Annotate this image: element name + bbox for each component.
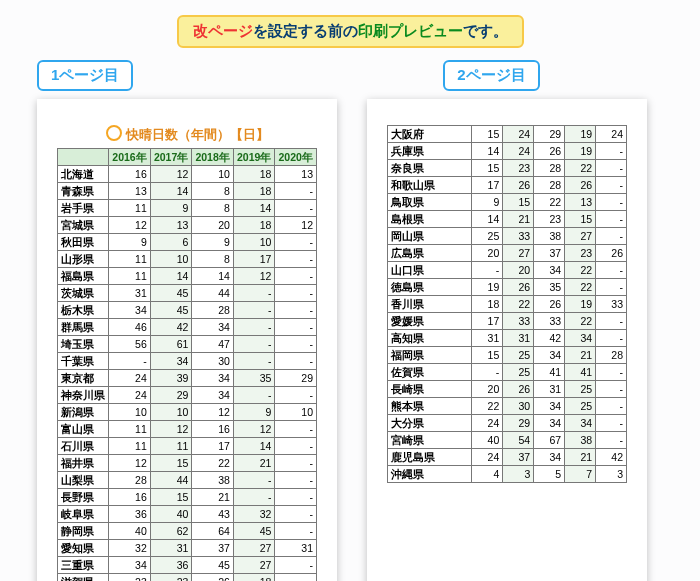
cell: - bbox=[596, 313, 627, 330]
row-header: 愛媛県 bbox=[388, 313, 472, 330]
cell: - bbox=[109, 353, 151, 370]
cell: 22 bbox=[534, 194, 565, 211]
cell: 45 bbox=[150, 285, 192, 302]
table-row: 北海道1612101813 bbox=[58, 166, 317, 183]
cell: 18 bbox=[233, 166, 275, 183]
cell: 28 bbox=[534, 177, 565, 194]
cell: 10 bbox=[192, 166, 234, 183]
row-header: 福井県 bbox=[58, 455, 109, 472]
row-header: 長崎県 bbox=[388, 381, 472, 398]
cell: - bbox=[275, 302, 317, 319]
cell: - bbox=[596, 177, 627, 194]
banner-text-d: です。 bbox=[463, 22, 508, 39]
cell: 25 bbox=[503, 364, 534, 381]
cell: 12 bbox=[233, 421, 275, 438]
table-title-text: 快晴日数（年間）【日】 bbox=[126, 127, 269, 142]
table-row: 岡山県25333827- bbox=[388, 228, 627, 245]
cell: 19 bbox=[565, 296, 596, 313]
cell: 20 bbox=[472, 381, 503, 398]
cell: 11 bbox=[150, 438, 192, 455]
cell: 34 bbox=[150, 353, 192, 370]
row-header: 新潟県 bbox=[58, 404, 109, 421]
row-header: 香川県 bbox=[388, 296, 472, 313]
row-header: 高知県 bbox=[388, 330, 472, 347]
row-header: 北海道 bbox=[58, 166, 109, 183]
table-row: 岐阜県36404332- bbox=[58, 506, 317, 523]
row-header: 山形県 bbox=[58, 251, 109, 268]
cell: 21 bbox=[565, 347, 596, 364]
cell: 18 bbox=[233, 183, 275, 200]
cell: 23 bbox=[109, 574, 151, 582]
cell: 11 bbox=[109, 251, 151, 268]
cell: 33 bbox=[503, 313, 534, 330]
row-header: 山口県 bbox=[388, 262, 472, 279]
cell: 24 bbox=[503, 143, 534, 160]
table-row: 大阪府1524291924 bbox=[388, 126, 627, 143]
cell: 40 bbox=[472, 432, 503, 449]
cell: 22 bbox=[565, 313, 596, 330]
cell: 22 bbox=[503, 296, 534, 313]
cell: 40 bbox=[109, 523, 151, 540]
cell: 24 bbox=[109, 387, 151, 404]
cell: 13 bbox=[275, 166, 317, 183]
cell: 62 bbox=[150, 523, 192, 540]
table-row: 青森県1314818- bbox=[58, 183, 317, 200]
table-row: 宮城県1213201812 bbox=[58, 217, 317, 234]
row-header: 鳥取県 bbox=[388, 194, 472, 211]
cell: 14 bbox=[233, 438, 275, 455]
cell: 10 bbox=[233, 234, 275, 251]
cell: 18 bbox=[472, 296, 503, 313]
cell: 21 bbox=[503, 211, 534, 228]
row-header: 兵庫県 bbox=[388, 143, 472, 160]
cell: 18 bbox=[233, 574, 275, 582]
cell: - bbox=[233, 387, 275, 404]
cell: - bbox=[472, 364, 503, 381]
cell: - bbox=[596, 398, 627, 415]
table-row: 佐賀県-254141- bbox=[388, 364, 627, 381]
cell: 32 bbox=[109, 540, 151, 557]
row-header: 秋田県 bbox=[58, 234, 109, 251]
table-row: 兵庫県14242619- bbox=[388, 143, 627, 160]
cell: 3 bbox=[596, 466, 627, 483]
cell: 38 bbox=[565, 432, 596, 449]
cell: 19 bbox=[565, 126, 596, 143]
table-row: 岩手県119814- bbox=[58, 200, 317, 217]
row-header: 島根県 bbox=[388, 211, 472, 228]
cell: 31 bbox=[150, 540, 192, 557]
cell: 16 bbox=[109, 166, 151, 183]
cell: 34 bbox=[192, 319, 234, 336]
cell: 13 bbox=[150, 217, 192, 234]
table-row: 島根県14212315- bbox=[388, 211, 627, 228]
cell: 36 bbox=[109, 506, 151, 523]
row-header: 佐賀県 bbox=[388, 364, 472, 381]
table-header-row: 2016年2017年2018年2019年2020年 bbox=[58, 149, 317, 166]
cell: 29 bbox=[503, 415, 534, 432]
cell: 38 bbox=[534, 228, 565, 245]
cell: 33 bbox=[503, 228, 534, 245]
table-row: 富山県11121612- bbox=[58, 421, 317, 438]
cell: - bbox=[596, 211, 627, 228]
cell: - bbox=[275, 353, 317, 370]
cell: - bbox=[596, 364, 627, 381]
col-header: 2019年 bbox=[233, 149, 275, 166]
cell: 29 bbox=[275, 370, 317, 387]
cell: 45 bbox=[150, 302, 192, 319]
cell: 31 bbox=[503, 330, 534, 347]
cell: 8 bbox=[192, 183, 234, 200]
cell: 67 bbox=[534, 432, 565, 449]
cell: 17 bbox=[192, 438, 234, 455]
cell: 31 bbox=[472, 330, 503, 347]
cell: 61 bbox=[150, 336, 192, 353]
cell: 14 bbox=[150, 183, 192, 200]
table-row: 茨城県314544-- bbox=[58, 285, 317, 302]
table-row: 高知県31314234- bbox=[388, 330, 627, 347]
table-row: 鳥取県9152213- bbox=[388, 194, 627, 211]
cell: 22 bbox=[565, 279, 596, 296]
cell: 16 bbox=[192, 421, 234, 438]
cell: - bbox=[275, 523, 317, 540]
print-preview-page-1: 快晴日数（年間）【日】 2016年2017年2018年2019年2020年 北海… bbox=[37, 99, 337, 581]
cell: 18 bbox=[233, 217, 275, 234]
cell: 10 bbox=[150, 251, 192, 268]
row-header: 大分県 bbox=[388, 415, 472, 432]
cell: - bbox=[233, 353, 275, 370]
